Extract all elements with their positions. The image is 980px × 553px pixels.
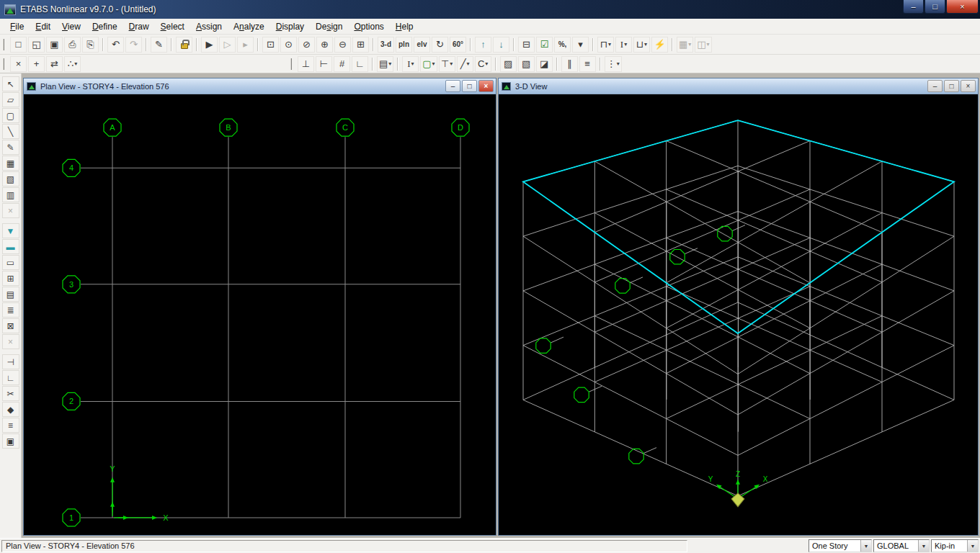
- reshape-object-button[interactable]: ▱: [2, 92, 19, 107]
- draw-develop-button[interactable]: ×: [2, 203, 19, 218]
- assign-shell-sections-button[interactable]: ⊔▾: [633, 37, 650, 53]
- wall-pier-label-button[interactable]: ▨: [500, 56, 517, 72]
- show-bars-button[interactable]: ∥: [561, 56, 578, 72]
- snap-to-line-ends-button[interactable]: ⇄: [46, 56, 63, 72]
- view-elevation-button[interactable]: elv: [414, 37, 430, 53]
- coord-system-arrow[interactable]: ▼: [918, 540, 929, 552]
- plan-view-titlebar[interactable]: Plan View - STORY4 - Elevation 576 – □ ×: [24, 78, 496, 94]
- plan-minimize-button[interactable]: –: [445, 80, 460, 92]
- run-analysis-button[interactable]: ▶: [201, 37, 218, 53]
- frame-output-stations-button[interactable]: #: [334, 56, 350, 72]
- menu-help[interactable]: Help: [390, 19, 419, 34]
- units-selector[interactable]: Kip-in ▼: [931, 539, 979, 552]
- paint-properties-button[interactable]: ▤▾: [377, 56, 393, 72]
- view-3d-minimize-button[interactable]: –: [927, 80, 943, 92]
- draw-line-button[interactable]: ╲: [2, 124, 19, 139]
- menu-define[interactable]: Define: [86, 19, 123, 34]
- set-display-options-button[interactable]: ☑: [536, 37, 553, 53]
- insertion-point-button[interactable]: ∟: [2, 370, 19, 385]
- close-button[interactable]: ×: [946, 0, 979, 14]
- snap-options-button[interactable]: ∴▾: [64, 56, 81, 72]
- assign-frame-sections-button[interactable]: I▾: [615, 37, 632, 53]
- quick-draw-line-button[interactable]: ✎: [2, 140, 19, 155]
- pointer-tool-button[interactable]: ↖: [2, 76, 19, 91]
- previous-zoom-button[interactable]: ⊘: [298, 37, 315, 53]
- display-shell-stresses-button[interactable]: ◫▾: [695, 37, 711, 53]
- pan-button[interactable]: ⊞: [352, 37, 369, 53]
- rotate-3d-view-button[interactable]: ↻: [432, 37, 448, 53]
- print-button[interactable]: ⎙: [64, 37, 81, 53]
- draw-ref-plane-button[interactable]: ≣: [2, 302, 19, 318]
- story-selector-arrow[interactable]: ▼: [860, 540, 871, 552]
- tee-section-button[interactable]: ⊤▾: [439, 56, 455, 72]
- draw-windows-button[interactable]: ⊞: [2, 271, 19, 286]
- view-3d-button[interactable]: 3-d: [378, 37, 394, 53]
- object-shrink-toggle-button[interactable]: ⊟: [518, 37, 535, 53]
- perspective-toggle-button[interactable]: 60°: [450, 37, 466, 53]
- display-member-forces-button[interactable]: ▦▾: [677, 37, 693, 53]
- view-3d-titlebar[interactable]: 3-D View – □ ×: [499, 78, 978, 94]
- fill-view-button[interactable]: ▣: [2, 433, 19, 449]
- channel-section-button[interactable]: C▾: [475, 56, 491, 72]
- lock-model-button[interactable]: [176, 37, 192, 53]
- area-local-axes-button[interactable]: ◪: [536, 56, 553, 72]
- concrete-section-button[interactable]: ▢▾: [420, 56, 437, 72]
- view-3d-canvas-area[interactable]: ZYX: [499, 94, 978, 535]
- divide-frames-button[interactable]: ✂: [2, 386, 19, 401]
- save-model-button[interactable]: ▣: [46, 37, 63, 53]
- zoom-out-button[interactable]: ⊖: [334, 37, 351, 53]
- new-model-button[interactable]: □: [10, 37, 27, 53]
- snap-to-grid-intersections-button[interactable]: ×: [10, 56, 27, 72]
- menu-design[interactable]: Design: [310, 19, 348, 34]
- select-window-button[interactable]: ▢: [2, 108, 19, 123]
- story-selector[interactable]: One Story ▼: [808, 539, 872, 552]
- rubber-band-zoom-button[interactable]: ⊡: [262, 37, 279, 53]
- more-tools-button[interactable]: ⋮▾: [605, 56, 622, 72]
- menu-assign[interactable]: Assign: [190, 19, 228, 34]
- edit-pen-button[interactable]: ✎: [151, 37, 167, 53]
- assign-loads-button[interactable]: ⚡: [651, 37, 668, 53]
- quick-draw-area-tri-button[interactable]: ▼: [2, 223, 19, 238]
- menu-options[interactable]: Options: [348, 19, 389, 34]
- brace-section-button[interactable]: ╱▾: [457, 56, 473, 72]
- menu-select[interactable]: Select: [155, 19, 190, 34]
- maximize-button[interactable]: □: [925, 0, 945, 14]
- menu-view[interactable]: View: [56, 19, 86, 34]
- open-file-button[interactable]: ◱: [28, 37, 45, 53]
- undo-button[interactable]: ↶: [107, 37, 124, 53]
- plan-view-canvas-area[interactable]: ABCD4321XY: [24, 94, 496, 535]
- draw-grid-button[interactable]: ⊠: [2, 318, 19, 333]
- plan-close-button[interactable]: ×: [478, 80, 494, 92]
- draw-rect-area-button[interactable]: ▭: [2, 255, 19, 270]
- run-static-pushover-button[interactable]: ▷: [219, 37, 236, 53]
- menu-draw[interactable]: Draw: [123, 19, 155, 34]
- show-layers-button[interactable]: ≡: [579, 56, 596, 72]
- move-down-in-list-button[interactable]: ↓: [493, 37, 509, 53]
- wall-spandrel-label-button[interactable]: ▧: [518, 56, 535, 72]
- draw-doors-button[interactable]: ▤: [2, 287, 19, 302]
- menu-display[interactable]: Display: [270, 19, 310, 34]
- display-options-caret-button[interactable]: ▾: [572, 37, 589, 53]
- quick-draw-area-button[interactable]: ▧: [2, 171, 19, 186]
- units-arrow[interactable]: ▼: [967, 540, 978, 552]
- menu-file[interactable]: File: [4, 19, 30, 34]
- draw-frame-section-button[interactable]: ⊓▾: [597, 37, 614, 53]
- toolbar-grip[interactable]: [3, 58, 6, 70]
- show-values-button[interactable]: %,: [554, 37, 571, 53]
- view-plan-button[interactable]: pln: [396, 37, 412, 53]
- print-graphics-button[interactable]: ⎘: [82, 37, 99, 53]
- toolbar-grip[interactable]: [290, 58, 294, 70]
- joint-marker-button[interactable]: ◆: [2, 402, 19, 417]
- move-up-in-list-button[interactable]: ↑: [475, 37, 491, 53]
- view-3d-close-button[interactable]: ×: [961, 80, 976, 92]
- menu-analyze[interactable]: Analyze: [228, 19, 270, 34]
- restore-full-view-button[interactable]: ⊙: [280, 37, 297, 53]
- draw-area-button[interactable]: ▦: [2, 156, 19, 171]
- zoom-in-button[interactable]: ⊕: [316, 37, 333, 53]
- plan-maximize-button[interactable]: □: [462, 80, 477, 92]
- snap-to-point-objects-button[interactable]: +: [28, 56, 45, 72]
- coord-system-selector[interactable]: GLOBAL ▼: [873, 539, 930, 552]
- frame-end-offset-button[interactable]: ⊣: [2, 354, 19, 369]
- menu-edit[interactable]: Edit: [30, 19, 56, 34]
- mesh-areas-button[interactable]: ≡: [2, 418, 19, 433]
